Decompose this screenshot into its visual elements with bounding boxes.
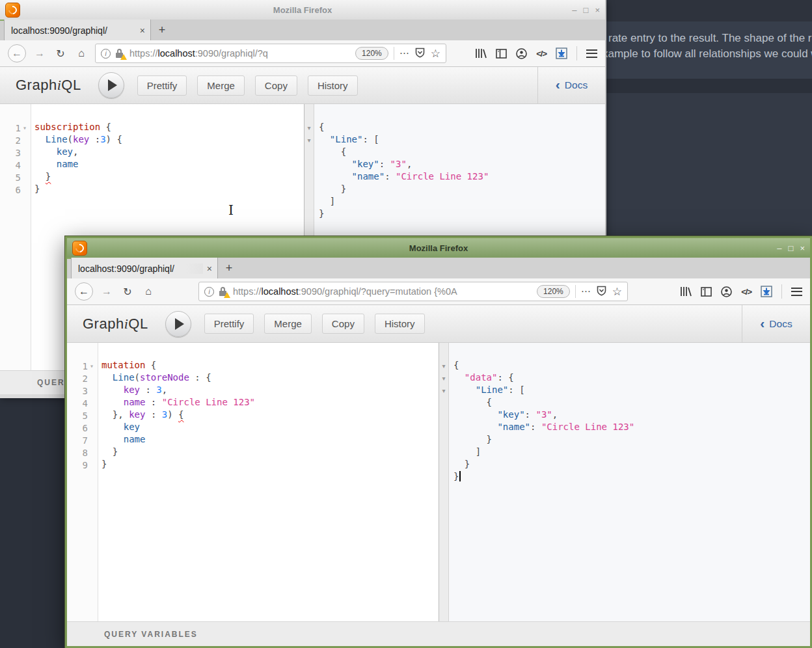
history-button[interactable]: History [308,75,358,96]
library-icon[interactable] [680,286,692,297]
fold-arrow-icon[interactable]: ▾ [439,385,448,397]
prettify-button[interactable]: Prettify [204,314,254,334]
titlebar[interactable]: Mozilla Firefox – □ × [0,0,605,20]
home-button[interactable]: ⌂ [141,286,156,297]
docs-link[interactable]: ‹Docs [537,67,605,103]
page-info-icon[interactable]: i [204,287,214,297]
forward-button[interactable]: → [100,286,114,297]
page-actions-icon[interactable]: ⋯ [581,286,591,297]
code-line: key [102,422,439,434]
firefox-icon [5,3,20,18]
url-text[interactable]: https://localhost:9090/graphiql/?q [129,48,353,59]
insecure-lock-icon[interactable] [115,48,125,59]
query-editor[interactable]: mutation { Line(storeNode : { key : 3, n… [98,343,439,621]
new-tab-button[interactable]: + [218,258,240,278]
copy-button[interactable]: Copy [322,314,364,334]
hamburger-menu-icon[interactable] [791,288,802,296]
pocket-shield-icon[interactable] [415,47,425,60]
execute-query-button[interactable] [98,72,124,98]
code-line: name [102,434,439,446]
result-fold-gutter[interactable]: ▾▾▾ [439,343,449,621]
forward-button[interactable]: → [33,47,47,59]
minimize-button[interactable]: – [777,244,781,252]
code-line: } [102,459,439,471]
sidebars-icon[interactable] [701,287,712,297]
background-window-body [606,93,812,236]
fold-gutter-row [439,422,448,434]
url-bar[interactable]: i https://localhost:9090/graphiql/?query… [198,282,628,301]
fold-gutter-row [304,183,314,196]
download-icon[interactable] [761,286,772,297]
zoom-level-badge[interactable]: 120% [537,285,570,298]
code-line: ] [319,196,605,208]
back-button[interactable]: ← [75,282,93,301]
close-button[interactable]: × [595,6,600,14]
code-line: "Line": [ [319,134,605,146]
play-icon [175,318,184,330]
insecure-lock-icon[interactable] [218,286,228,297]
tab-close-icon[interactable]: × [207,263,212,274]
divider [576,46,577,61]
bookmark-star-icon[interactable]: ☆ [612,285,622,299]
page-info-icon[interactable]: i [101,49,111,59]
titlebar[interactable]: Mozilla Firefox – □ × [67,238,810,258]
fold-arrow-icon[interactable]: ▾ [88,362,96,370]
url-text[interactable]: https://localhost:9090/graphiql/?query=m… [233,286,534,297]
maximize-button[interactable]: □ [789,244,794,252]
fold-arrow-icon[interactable]: ▾ [304,134,314,146]
pocket-shield-icon[interactable] [597,286,606,298]
code-line: } [102,446,439,459]
bookmark-star-icon[interactable]: ☆ [431,47,440,61]
merge-button[interactable]: Merge [197,75,245,96]
url-bar[interactable]: i https://localhost:9090/graphiql/?q 120… [95,44,446,63]
back-button[interactable]: ← [8,44,26,62]
copy-button[interactable]: Copy [255,75,297,96]
play-icon [108,79,117,91]
merge-button[interactable]: Merge [264,314,312,334]
result-viewer[interactable]: { "data": { "Line": [ { "key": "3", "nam… [449,343,810,621]
tab-close-icon[interactable]: × [140,25,145,36]
zoom-level-badge[interactable]: 120% [355,47,388,60]
hamburger-menu-icon[interactable] [586,49,597,58]
tab-label: localhost:9090/graphiql/ [11,25,136,36]
query-variables-bar[interactable]: QUERY VARIABLES [67,621,810,646]
fold-arrow-icon[interactable]: ▾ [439,360,448,372]
line-number: 2 [0,134,31,146]
warning-triangle-icon [224,292,230,298]
fold-arrow-icon[interactable]: ▾ [439,372,448,385]
account-icon[interactable] [721,286,732,297]
home-button[interactable]: ⌂ [74,47,88,59]
minimize-button[interactable]: – [572,6,576,14]
account-icon[interactable] [516,48,527,59]
firefox-icon [72,241,87,256]
line-number: 3 [0,146,31,159]
close-button[interactable]: × [800,244,805,252]
prettify-button[interactable]: Prettify [137,75,187,96]
reload-button[interactable]: ↻ [120,286,135,298]
history-button[interactable]: History [375,314,425,334]
sidebars-icon[interactable] [496,49,507,59]
code-line: "key": "3", [319,159,605,171]
developer-code-icon[interactable]: </> [741,287,751,297]
code-line: { [453,360,810,372]
line-number: 6 [67,422,98,434]
new-tab-button[interactable]: + [151,20,173,40]
maximize-button[interactable]: □ [584,6,589,14]
execute-query-button[interactable] [165,311,191,337]
developer-code-icon[interactable]: </> [536,49,547,59]
fold-arrow-icon[interactable]: ▾ [21,124,29,131]
graphiql-logo: GraphiQL [83,316,148,332]
tab-localhost-graphiql[interactable]: localhost:9090/graphiql/ × [71,258,218,278]
code-line: name [34,159,304,171]
download-icon[interactable] [556,47,567,59]
tab-localhost-graphiql[interactable]: localhost:9090/graphiql/ × [4,20,151,40]
line-number: 5 [67,409,98,422]
code-line: } [453,459,810,471]
library-icon[interactable] [475,48,487,59]
page-actions-icon[interactable]: ⋯ [399,47,409,59]
fold-gutter-row [439,459,448,471]
line-number: 1▾ [0,122,31,134]
docs-link[interactable]: ‹Docs [742,305,810,342]
reload-button[interactable]: ↻ [53,47,68,60]
fold-arrow-icon[interactable]: ▾ [304,122,314,134]
